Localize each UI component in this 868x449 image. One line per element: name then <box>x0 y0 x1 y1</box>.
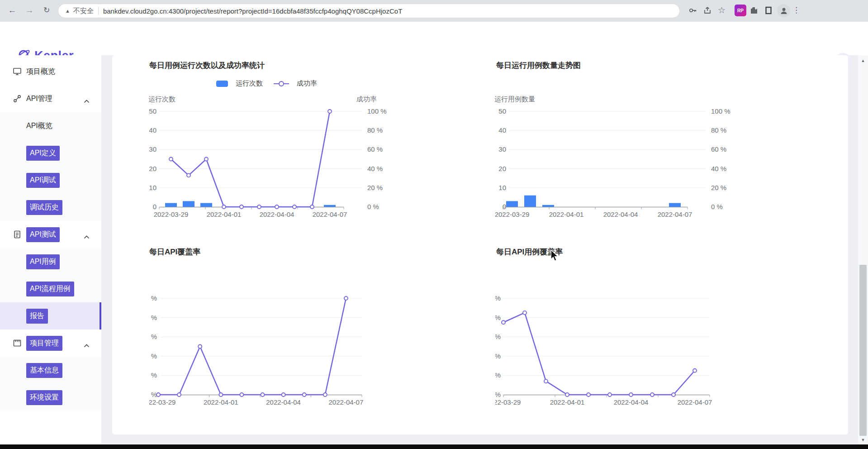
y2-tick-label: 0 % <box>711 203 723 210</box>
sidebar-item-basic-info[interactable]: 基本信息 <box>0 357 101 384</box>
monitor-icon <box>13 67 22 76</box>
sidebar-item-api-case[interactable]: API用例 <box>0 248 101 275</box>
sidebar-item-api-definition[interactable]: API定义 <box>0 139 101 167</box>
line-point-2022-03-30 <box>187 173 190 177</box>
line-point-2022-03-31 <box>204 158 208 161</box>
side-panel-icon[interactable] <box>764 6 773 16</box>
y-tick-label: 15 % <box>149 333 157 340</box>
y2-tick-label: 80 % <box>711 126 726 134</box>
chevron-up-icon <box>84 97 90 105</box>
share-icon[interactable] <box>703 6 712 17</box>
line-point-2022-04-06 <box>310 205 314 209</box>
sidebar-item-report-selected[interactable]: 报告 <box>0 302 101 330</box>
y-tick-label: 5 % <box>149 371 157 379</box>
line-point-2022-03-29 <box>502 320 505 324</box>
sidebar-item-api-test[interactable]: API测试 <box>0 221 101 248</box>
line-point-2022-04-05 <box>293 205 296 209</box>
line-point-2022-03-31 <box>544 379 548 383</box>
api-icon <box>13 94 22 103</box>
sidebar-item-api-management[interactable]: API管理 <box>0 85 101 112</box>
password-key-icon[interactable] <box>688 6 697 17</box>
y-tick-label: 100 % <box>495 294 501 302</box>
y2-tick-label: 60 % <box>367 145 383 153</box>
x-tick-label: 2022-03-29 <box>495 210 529 218</box>
bar-2022-04-07 <box>669 203 681 207</box>
extensions-puzzle-icon[interactable] <box>749 6 759 17</box>
scrollbar-thumb[interactable] <box>859 265 867 436</box>
x-tick-label: 2022-04-04 <box>603 210 638 218</box>
y2-tick-label: 20 % <box>711 184 726 191</box>
chevron-up-icon <box>84 341 90 349</box>
line-point-2022-03-29 <box>169 158 173 161</box>
sidebar-item-label: API用例 <box>26 254 60 269</box>
line-point-2022-04-07 <box>344 296 348 300</box>
scrollbar-up-icon[interactable]: ▲ <box>858 57 868 64</box>
x-tick-label: 2022-03-29 <box>154 210 189 218</box>
line-point-2022-03-31 <box>198 345 202 349</box>
sidebar: 项目概览 API管理 API概览 API定义 API调试 调试历史 AP <box>0 55 101 444</box>
sidebar-item-debug-history[interactable]: 调试历史 <box>0 194 101 221</box>
line-point-2022-04-07 <box>693 369 697 373</box>
sidebar-item-label: 报告 <box>26 309 48 324</box>
back-icon[interactable]: ← <box>6 5 18 15</box>
sidebar-item-api-debug[interactable]: API调试 <box>0 167 101 194</box>
sidebar-item-label: API概览 <box>26 121 52 131</box>
browser-menu-kebab-icon[interactable]: ⋮ <box>792 5 800 15</box>
y2-tick-label: 0 % <box>367 203 379 210</box>
rp-extension-icon[interactable]: RP <box>735 5 746 16</box>
line-point-2022-04-07 <box>328 110 332 113</box>
sidebar-item-api-flow-case[interactable]: API流程用例 <box>0 275 101 302</box>
line-point-2022-03-30 <box>523 311 526 315</box>
line-point-2022-04-02 <box>587 393 590 396</box>
sidebar-item-label: API测试 <box>26 227 60 242</box>
line-point-2022-04-05 <box>650 393 654 396</box>
y-tick-label: 0 % <box>495 391 501 398</box>
x-tick-label: 2022-04-07 <box>329 398 364 406</box>
y-tick-label: 10 % <box>149 352 157 360</box>
sidebar-item-project-overview[interactable]: 项目概览 <box>0 58 101 85</box>
y-tick-label: 0 <box>153 203 157 210</box>
y-tick-label: 30 <box>149 145 157 153</box>
sidebar-item-api-overview[interactable]: API概览 <box>0 112 101 139</box>
bar-2022-03-30 <box>524 196 536 207</box>
project-icon <box>13 339 22 348</box>
line-point-2022-04-01 <box>565 393 569 396</box>
sidebar-item-label: API调试 <box>26 173 60 188</box>
chart-canvas-1: 00 %1020 %2040 %3060 %4080 %50100 %2022-… <box>495 102 742 225</box>
bar-2022-03-30 <box>183 201 194 207</box>
x-tick-label: 2022-03-29 <box>149 398 175 406</box>
x-tick-label: 2022-04-04 <box>266 398 301 406</box>
legend-label-success-rate: 成功率 <box>297 79 317 88</box>
y2-tick-label: 20 % <box>367 184 383 191</box>
line-point-2022-04-05 <box>303 393 306 396</box>
address-bar[interactable]: ▲ 不安全 bankdev.cloud2go.cn:4300/project/t… <box>58 4 680 18</box>
y-tick-label: 20 % <box>495 371 501 379</box>
line-point-2022-04-04 <box>282 393 285 396</box>
chart-legend[interactable]: 运行次数 成功率 <box>216 79 317 88</box>
browser-profile-avatar[interactable] <box>777 4 790 17</box>
line-point-2022-04-06 <box>323 393 327 396</box>
legend-line-swatch <box>274 81 289 87</box>
sidebar-item-project-management[interactable]: 项目管理 <box>0 330 101 357</box>
y-tick-label: 30 <box>498 145 506 153</box>
line-point-2022-04-02 <box>240 393 243 396</box>
y-tick-label: 50 <box>149 107 157 115</box>
line-point-2022-04-04 <box>275 205 279 209</box>
security-label: 不安全 <box>73 7 94 15</box>
bar-2022-04-07 <box>324 205 336 207</box>
line-point-2022-04-01 <box>219 393 223 396</box>
forward-icon[interactable]: → <box>24 5 35 15</box>
y2-tick-label: 100 % <box>711 107 730 115</box>
bookmark-star-icon[interactable]: ☆ <box>718 5 726 15</box>
chevron-up-icon <box>84 233 90 241</box>
legend-bar-swatch <box>216 81 228 87</box>
line-point-2022-04-03 <box>261 393 265 396</box>
sidebar-item-label: 环境设置 <box>26 390 62 405</box>
divider <box>98 7 99 15</box>
line-series <box>503 313 695 395</box>
bar-2022-03-29 <box>506 201 518 207</box>
line-point-2022-04-01 <box>222 205 226 209</box>
scrollbar-down-icon[interactable]: ▼ <box>858 436 868 444</box>
sidebar-item-env-settings[interactable]: 环境设置 <box>0 384 101 411</box>
reload-icon[interactable]: ↻ <box>41 5 52 15</box>
